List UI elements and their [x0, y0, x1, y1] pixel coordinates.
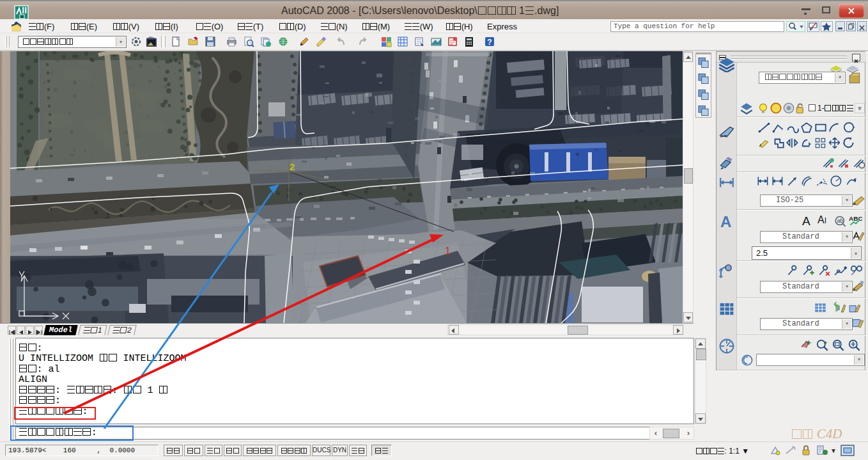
svg-text:1: 1 — [445, 246, 451, 257]
svg-text:ABC: ABC — [849, 215, 862, 222]
svg-text:ab: ab — [837, 218, 843, 224]
svg-text:2: 2 — [290, 161, 295, 172]
svg-text:?: ? — [487, 38, 492, 47]
